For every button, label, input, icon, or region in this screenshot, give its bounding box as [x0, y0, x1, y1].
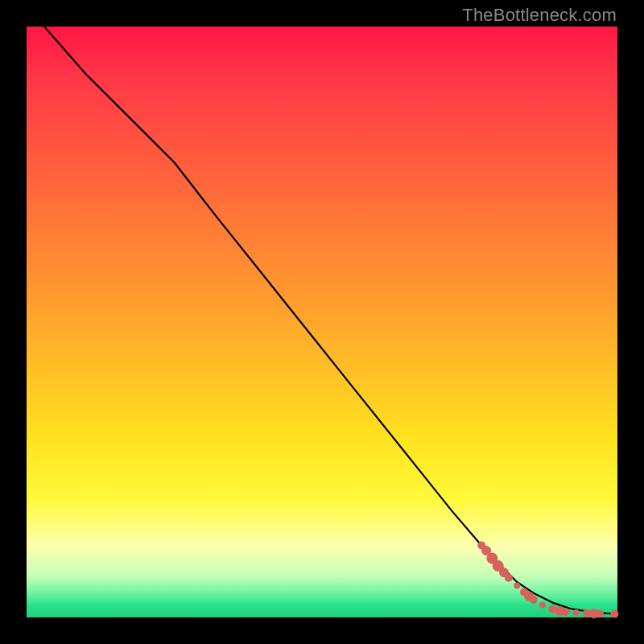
- data-marker: [539, 602, 546, 609]
- chart-frame: TheBottleneck.com: [0, 0, 644, 644]
- data-marker: [573, 609, 580, 616]
- curve-line: [44, 27, 617, 614]
- data-marker: [530, 596, 538, 604]
- data-marker: [610, 610, 618, 618]
- data-marker: [505, 574, 513, 582]
- data-marker: [514, 582, 520, 588]
- chart-svg: [27, 27, 617, 617]
- marker-group: [477, 542, 618, 619]
- data-marker: [561, 608, 569, 616]
- data-marker: [596, 609, 604, 617]
- attribution-text: TheBottleneck.com: [462, 5, 617, 26]
